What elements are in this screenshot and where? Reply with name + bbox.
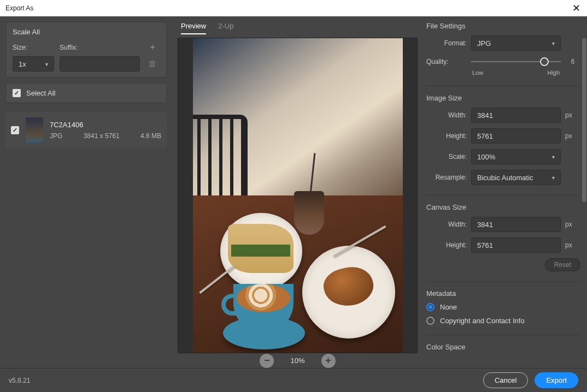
tab-2up[interactable]: 2-Up bbox=[218, 22, 233, 34]
chevron-down-icon: ▾ bbox=[552, 40, 555, 46]
scale-label: Scale: bbox=[426, 153, 467, 161]
quality-high-label: High bbox=[547, 69, 560, 76]
metadata-copyright-row[interactable]: Copyright and Contact Info bbox=[426, 317, 580, 325]
radio-icon[interactable] bbox=[426, 317, 435, 325]
px-unit: px bbox=[565, 132, 580, 140]
width-label: Width: bbox=[426, 111, 467, 119]
canvas-size-section: Canvas Size Width: px Height: px Reset bbox=[426, 203, 580, 271]
file-settings-section: File Settings Format: JPG ▾ Quality: 6 bbox=[426, 22, 580, 76]
select-all-row[interactable]: ✓ Select All bbox=[5, 83, 167, 103]
trash-icon[interactable]: 🗑 bbox=[145, 59, 160, 69]
format-value: JPG bbox=[477, 39, 491, 47]
metadata-none-row[interactable]: None bbox=[426, 303, 580, 311]
select-all-label: Select All bbox=[26, 89, 55, 97]
file-checkbox[interactable]: ✓ bbox=[11, 126, 19, 134]
titlebar: Export As ✕ bbox=[0, 0, 587, 16]
format-label: Format: bbox=[426, 39, 467, 47]
zoom-in-button[interactable]: + bbox=[321, 354, 336, 368]
file-list: ✓ 7C2A1406 JPG 3841 x 5761 4.8 MB bbox=[5, 109, 167, 363]
color-space-section: Color Space bbox=[426, 343, 580, 351]
px-unit: px bbox=[565, 241, 580, 249]
metadata-none-label: None bbox=[440, 303, 457, 311]
radio-icon[interactable] bbox=[426, 303, 435, 311]
height-input[interactable] bbox=[471, 128, 561, 144]
size-select[interactable]: 1x ▾ bbox=[13, 56, 54, 72]
image-size-title: Image Size bbox=[426, 94, 580, 102]
cancel-button[interactable]: Cancel bbox=[483, 372, 528, 388]
quality-label: Quality: bbox=[426, 58, 467, 66]
version-label: v5.8.21 bbox=[9, 377, 30, 384]
resample-value: Bicubic Automatic bbox=[477, 174, 533, 182]
canvas-height-label: Height: bbox=[426, 241, 467, 249]
file-settings-title: File Settings bbox=[426, 22, 580, 30]
size-value: 1x bbox=[19, 60, 26, 68]
preview-area[interactable] bbox=[178, 38, 418, 353]
metadata-copyright-label: Copyright and Contact Info bbox=[440, 317, 525, 325]
scale-select[interactable]: 100% ▾ bbox=[471, 149, 561, 164]
resample-label: Resample: bbox=[426, 174, 467, 181]
scale-panel: Scale All Size: Suffix: ＋ 1x ▾ 🗑 bbox=[5, 22, 167, 78]
quality-low-label: Low bbox=[472, 69, 483, 76]
size-label: Size: bbox=[13, 44, 54, 51]
px-unit: px bbox=[565, 111, 580, 119]
file-format: JPG bbox=[50, 132, 62, 140]
zoom-value[interactable]: 10% bbox=[290, 357, 304, 365]
select-all-checkbox[interactable]: ✓ bbox=[13, 89, 21, 97]
metadata-section: Metadata None Copyright and Contact Info bbox=[426, 289, 580, 325]
image-size-section: Image Size Width: px Height: px Scale: 1… bbox=[426, 94, 580, 185]
file-dims: 3841 x 5761 bbox=[84, 132, 120, 140]
scrollbar[interactable] bbox=[582, 38, 586, 202]
width-input[interactable] bbox=[471, 108, 561, 123]
canvas-height-input[interactable] bbox=[471, 237, 561, 253]
height-label: Height: bbox=[426, 132, 467, 140]
format-select[interactable]: JPG ▾ bbox=[471, 35, 561, 51]
suffix-label: Suffix: bbox=[60, 44, 140, 51]
preview-image bbox=[193, 38, 403, 353]
file-size: 4.8 MB bbox=[140, 132, 161, 140]
canvas-width-label: Width: bbox=[426, 221, 467, 228]
file-thumbnail bbox=[26, 117, 43, 142]
color-space-title: Color Space bbox=[426, 343, 580, 351]
reset-button[interactable]: Reset bbox=[545, 258, 580, 271]
scale-value: 100% bbox=[477, 153, 495, 161]
close-icon[interactable]: ✕ bbox=[572, 2, 580, 14]
export-button[interactable]: Export bbox=[535, 372, 578, 388]
file-name: 7C2A1406 bbox=[50, 121, 161, 129]
chevron-down-icon: ▾ bbox=[45, 61, 48, 67]
add-icon[interactable]: ＋ bbox=[145, 41, 160, 53]
zoom-out-button[interactable]: − bbox=[260, 354, 274, 368]
file-item[interactable]: ✓ 7C2A1406 JPG 3841 x 5761 4.8 MB bbox=[5, 112, 167, 148]
px-unit: px bbox=[565, 221, 580, 228]
canvas-width-input[interactable] bbox=[471, 217, 561, 232]
chevron-down-icon: ▾ bbox=[552, 154, 555, 160]
canvas-size-title: Canvas Size bbox=[426, 203, 580, 211]
metadata-title: Metadata bbox=[426, 289, 580, 298]
window-title: Export As bbox=[5, 4, 33, 12]
quality-slider[interactable] bbox=[471, 56, 561, 67]
suffix-input[interactable] bbox=[60, 56, 140, 72]
resample-select[interactable]: Bicubic Automatic ▾ bbox=[471, 170, 561, 185]
scale-title: Scale All bbox=[13, 28, 160, 36]
tab-preview[interactable]: Preview bbox=[181, 22, 206, 34]
quality-value: 6 bbox=[565, 58, 580, 66]
chevron-down-icon: ▾ bbox=[552, 175, 555, 181]
